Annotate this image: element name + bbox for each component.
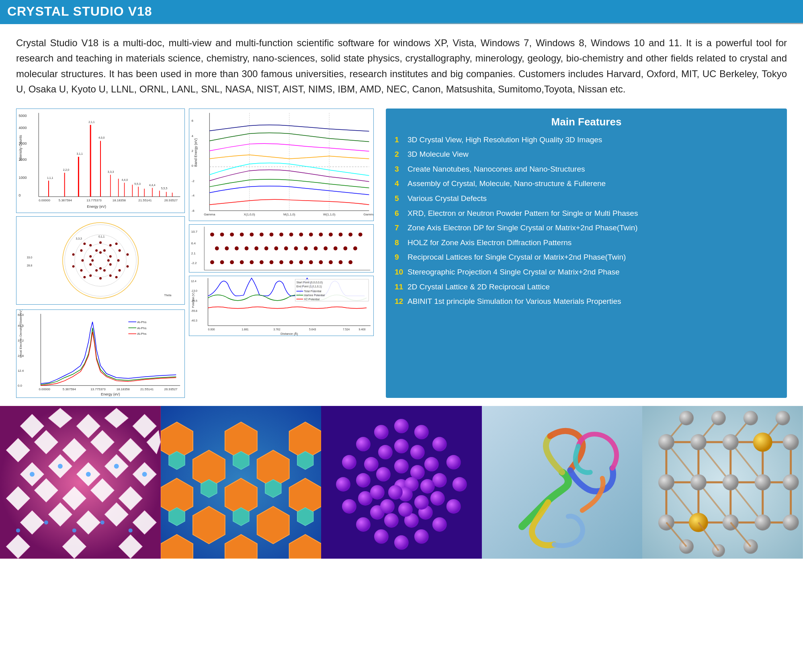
svg-point-79 — [126, 265, 129, 267]
svg-text:5,5,3: 5,5,3 — [134, 182, 141, 185]
svg-point-49 — [99, 267, 102, 269]
feature-text-4: Assembly of Crystal, Molecule, Nano-stru… — [408, 178, 606, 189]
header-bar: CRYSTAL STUDIO V18 — [0, 0, 803, 23]
svg-point-154 — [245, 246, 249, 250]
feature-item-12: 12ABINIT 1st principle Simulation for Va… — [395, 296, 778, 307]
svg-point-51 — [107, 259, 110, 262]
band-chart: -6 -4 -2 0 2 4 6 Band Energy (eV) Gamma — [189, 109, 374, 221]
svg-point-153 — [235, 246, 239, 250]
svg-point-53 — [103, 249, 106, 252]
app-title: CRYSTAL STUDIO V18 — [7, 4, 152, 19]
svg-point-238 — [16, 528, 20, 532]
svg-point-163 — [334, 246, 338, 250]
svg-text:2,1,1: 2,1,1 — [88, 120, 95, 123]
svg-point-361 — [744, 411, 758, 425]
svg-point-242 — [129, 528, 133, 532]
features-list: 13D Crystal View, High Resolution High Q… — [395, 135, 778, 307]
svg-point-167 — [220, 260, 224, 264]
svg-point-158 — [284, 246, 288, 250]
svg-point-48 — [99, 251, 102, 254]
svg-text:9.400: 9.400 — [358, 328, 365, 331]
svg-point-139 — [250, 232, 254, 236]
svg-text:1.881: 1.881 — [242, 328, 248, 331]
svg-point-175 — [299, 260, 303, 264]
svg-point-353 — [783, 474, 799, 490]
svg-text:4000: 4000 — [19, 125, 27, 129]
svg-text:18.18358: 18.18358 — [117, 387, 130, 391]
diffraction-pattern-chart: 0,1,1 3,3,3 33.0 28.8 Theta — [16, 216, 185, 305]
feature-text-1: 3D Crystal View, High Resolution High Qu… — [408, 135, 602, 145]
chart-left-column: 0 1000 2000 3000 4000 5000 Intensity Cou… — [16, 109, 185, 398]
chart-right-column: -6 -4 -2 0 2 4 6 Band Energy (eV) Gamma — [189, 109, 374, 398]
svg-point-351 — [723, 474, 739, 490]
svg-point-162 — [324, 246, 328, 250]
svg-point-165 — [353, 246, 357, 250]
svg-text:2.1: 2.1 — [191, 251, 196, 255]
svg-text:Distance (Å): Distance (Å) — [281, 332, 298, 336]
svg-text:Al-Phs: Al-Phs — [137, 332, 146, 336]
svg-point-297 — [378, 445, 393, 459]
feature-item-6: 6XRD, Electron or Neutron Powder Pattern… — [395, 208, 778, 219]
svg-text:7.524: 7.524 — [343, 328, 350, 331]
svg-text:26.93527: 26.93527 — [164, 387, 178, 391]
svg-text:3,3,3: 3,3,3 — [76, 237, 82, 240]
feature-item-10: 10Stereographic Projection 4 Single Crys… — [395, 267, 778, 278]
svg-point-304 — [370, 485, 385, 500]
svg-text:3.762: 3.762 — [273, 328, 280, 331]
svg-point-151 — [215, 246, 219, 250]
svg-text:Al-Phs: Al-Phs — [137, 326, 146, 330]
feature-text-3: Create Nanotubes, Nanocones and Nano-Str… — [408, 164, 585, 175]
svg-point-72 — [83, 242, 86, 245]
svg-point-352 — [755, 474, 771, 490]
feature-num-3: 3 — [395, 164, 408, 175]
svg-text:0.00000: 0.00000 — [39, 387, 50, 391]
svg-text:21.55141: 21.55141 — [138, 199, 152, 202]
svg-point-298 — [394, 459, 409, 473]
svg-point-148 — [339, 232, 343, 236]
svg-point-271 — [432, 437, 447, 451]
svg-text:3,1,1: 3,1,1 — [76, 152, 83, 155]
feature-num-10: 10 — [395, 267, 408, 278]
feature-num-1: 1 — [395, 135, 408, 145]
svg-point-279 — [356, 517, 371, 531]
svg-point-155 — [254, 246, 258, 250]
svg-point-227 — [142, 472, 147, 477]
svg-text:13.775373: 13.775373 — [86, 199, 102, 202]
feature-text-9: Reciprocal Lattices for Single Crystal o… — [408, 252, 626, 263]
svg-point-138 — [240, 232, 244, 236]
feature-item-11: 112D Crystal Lattice & 2D Reciprocal Lat… — [395, 282, 778, 293]
svg-text:0.000: 0.000 — [208, 328, 215, 331]
xrd-chart: 0 1000 2000 3000 4000 5000 Intensity Cou… — [16, 109, 185, 213]
features-title: Main Features — [395, 116, 778, 128]
svg-text:5.367594: 5.367594 — [59, 199, 72, 202]
svg-point-239 — [44, 520, 48, 524]
svg-point-345 — [690, 434, 707, 450]
svg-point-78 — [72, 265, 75, 267]
svg-point-164 — [343, 246, 347, 250]
svg-text:1,1,1: 1,1,1 — [47, 176, 53, 179]
svg-point-171 — [260, 260, 264, 264]
svg-point-301 — [414, 495, 429, 510]
svg-point-157 — [274, 246, 278, 250]
svg-point-145 — [309, 232, 313, 236]
svg-point-178 — [329, 260, 333, 264]
app: CRYSTAL STUDIO V18 Crystal Studio V18 is… — [0, 0, 803, 559]
svg-text:6.4: 6.4 — [191, 242, 196, 245]
svg-text:Gamma: Gamma — [363, 213, 373, 216]
feature-item-4: 4Assembly of Crystal, Molecule, Nano-str… — [395, 178, 778, 189]
svg-point-150 — [358, 232, 363, 236]
svg-text:2,2,0: 2,2,0 — [63, 168, 70, 171]
svg-point-344 — [658, 434, 674, 450]
features-panel: Main Features 13D Crystal View, High Res… — [386, 109, 787, 398]
svg-point-226 — [114, 464, 119, 469]
svg-point-349 — [658, 474, 674, 490]
svg-point-177 — [319, 260, 323, 264]
svg-point-55 — [103, 269, 106, 271]
svg-point-360 — [711, 411, 726, 425]
svg-point-67 — [109, 274, 112, 277]
svg-point-287 — [424, 457, 439, 471]
charts-area: 0 1000 2000 3000 4000 5000 Intensity Cou… — [16, 109, 378, 398]
svg-text:-6: -6 — [192, 209, 195, 213]
svg-point-280 — [342, 499, 356, 514]
feature-num-8: 8 — [395, 238, 408, 248]
